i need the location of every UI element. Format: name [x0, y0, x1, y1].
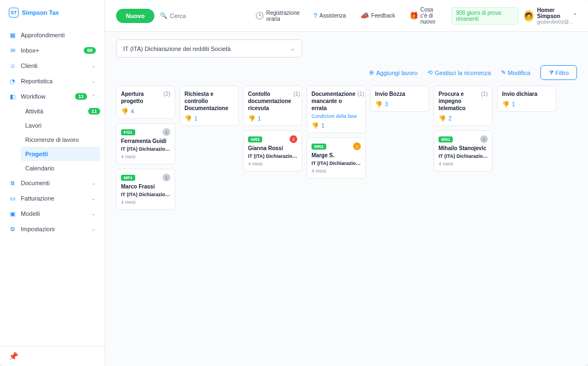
filter-button[interactable]: ⧩ Filtro [540, 65, 577, 80]
column-header[interactable]: Invio dichiara👎1 [497, 85, 556, 112]
column-meta[interactable]: 👎4 [121, 108, 170, 115]
column-meta-count: 1 [258, 116, 261, 122]
column-meta[interactable]: 👎3 [375, 101, 424, 108]
card-description: IT (ITA) Dichiarazione... [312, 161, 361, 166]
kanban-card[interactable]: MS1 3 Mihailo Stanojevic IT (ITA) Dichia… [434, 130, 493, 171]
assist-link[interactable]: ? Assistenza [309, 12, 350, 20]
thumb-icon: 👎 [312, 122, 319, 129]
feedback-link[interactable]: 📣 Feedback [356, 12, 400, 20]
thumb-icon: 👎 [185, 115, 192, 122]
nav-workflow-sub: Attività 11 Lavori Ricorrenze di lavoro … [0, 104, 105, 175]
nav-attivita[interactable]: Attività 11 [21, 104, 105, 118]
card-tag: MR2 [312, 144, 326, 150]
nav-documenti[interactable]: 🗎 Documenti ⌄ [0, 175, 105, 191]
column-title: Contollo documentazione ricevuta [248, 90, 291, 112]
actions-row: ⊕ Aggiungi lavoro ⟲ Gestisci la ricorren… [105, 58, 588, 85]
layers-icon: ◧ [9, 93, 16, 100]
nav-workflow[interactable]: ◧ Workflow 11 ⌃ [0, 89, 105, 104]
main: Nuovo 🔍 🕑 Registrazione oraria ? Assiste… [105, 0, 588, 366]
card-icon: ▭ [9, 195, 16, 202]
pencil-icon: ✎ [501, 69, 506, 76]
chevron-down-icon: ⌄ [91, 211, 96, 216]
column-header[interactable]: Invio Bozza👎3 [370, 85, 429, 112]
brand[interactable]: ST Simpson Tax [0, 8, 105, 27]
kanban-card[interactable]: GR2 2 Gianna Rossi IT (ITA) Dichiarazion… [243, 130, 302, 171]
edit-button[interactable]: ✎ Modifica [501, 69, 531, 76]
project-select[interactable]: IT (ITA) Dichiarazione dei redditi Socie… [116, 39, 302, 58]
gear-icon: ⚙ [9, 225, 16, 233]
news-link[interactable]: 🎁 Cosa c'è di nuovo [405, 7, 446, 25]
nav-fatturazione[interactable]: ▭ Fatturazione ⌄ [0, 191, 105, 206]
column-header[interactable]: Contollo documentazione ricevuta(1)👎1 [243, 85, 302, 126]
card-description: IT (ITA) Dichiarazione... [439, 153, 488, 159]
card-client: Mihailo Stanojevic [439, 145, 488, 151]
page-controls: IT (ITA) Dichiarazione dei redditi Socie… [105, 32, 588, 58]
gift-icon: 🎁 [410, 12, 418, 20]
column-meta[interactable]: 👎1 [502, 101, 551, 108]
help-icon: ? [313, 12, 317, 20]
column-meta[interactable]: 👎1 [248, 115, 297, 122]
card-status-dot: 1 [163, 174, 170, 181]
column-meta[interactable]: 👎1 [312, 122, 361, 129]
nav-approfondimenti[interactable]: ▦ Approfondimenti [0, 27, 105, 43]
column-header[interactable]: Richiesta e controllo Documentazione👎1 [180, 85, 239, 126]
kanban-column: Richiesta e controllo Documentazione👎1 [180, 85, 239, 355]
search-input[interactable] [170, 13, 245, 19]
nav-impostazioni[interactable]: ⚙ Impostazioni ⌄ [0, 221, 105, 237]
chevron-down-icon: ⌄ [91, 63, 96, 68]
column-header[interactable]: Apertura progetto(2)👎4 [116, 85, 175, 119]
column-meta[interactable]: 👎1 [185, 115, 234, 122]
chevron-down-icon: ⌄ [91, 226, 96, 232]
nav-calendario[interactable]: Calendario [21, 161, 105, 175]
kanban-card[interactable]: MR2 1 Marge S. IT (ITA) Dichiarazione...… [307, 138, 366, 179]
topbar: Nuovo 🔍 🕑 Registrazione oraria ? Assiste… [105, 0, 588, 32]
recur-icon: ⟲ [428, 69, 433, 76]
nav-progetti[interactable]: Progetti [21, 147, 100, 161]
nav-modelli[interactable]: ▣ Modelli ⌄ [0, 206, 105, 221]
time-registration-link[interactable]: 🕑 Registrazione oraria [251, 10, 303, 22]
card-status-dot: 1 [353, 142, 361, 150]
thumb-icon: 👎 [121, 108, 129, 115]
manage-recurrence-button[interactable]: ⟲ Gestisci la ricorrenza [428, 69, 491, 76]
column-title: Apertura progetto [121, 90, 162, 105]
nav-ricorrenze[interactable]: Ricorrenze di lavoro [21, 133, 105, 147]
phase-conditions-link[interactable]: Condizioni della fase [312, 113, 361, 119]
column-header[interactable]: Procura e impegno telematico(1)👎2 [434, 85, 493, 126]
card-description: IT (ITA) Dichiarazione... [121, 146, 170, 152]
add-work-button[interactable]: ⊕ Aggiungi lavoro [369, 69, 418, 76]
nav-reportistica[interactable]: ◔ Reportistica ⌄ [0, 73, 105, 89]
nav-lavori[interactable]: Lavori [21, 118, 105, 133]
new-button[interactable]: Nuovo [116, 9, 154, 23]
card-client: Marco Frassi [121, 184, 170, 190]
column-title: Richiesta e controllo Documentazione [185, 90, 232, 112]
kanban-board: Apertura progetto(2)👎4 FG1 1 Ferramenta … [105, 85, 588, 366]
card-tag: GR2 [248, 136, 262, 142]
chart-icon: ◔ [9, 77, 16, 85]
card-client: Gianna Rossi [248, 145, 297, 151]
search-icon: 🔍 [160, 12, 168, 19]
column-header[interactable]: Documentazione mancante o errata(1)Condi… [307, 85, 366, 133]
column-meta-count: 2 [448, 116, 452, 122]
kanban-card[interactable]: MF1 1 Marco Frassi IT (ITA) Dichiarazion… [116, 169, 175, 210]
nav-inbox[interactable]: ✉ Inbox+ 88 [0, 43, 105, 58]
pin-icon[interactable]: 📌 [9, 352, 18, 361]
column-meta-count: 1 [512, 101, 515, 107]
card-time: 4 mesi [121, 199, 170, 205]
column-title: Invio Bozza [375, 90, 405, 98]
kanban-card[interactable]: FG1 1 Ferramenta Guidi IT (ITA) Dichiara… [116, 123, 175, 164]
column-count: (1) [481, 90, 488, 98]
column-meta[interactable]: 👎2 [439, 115, 488, 122]
card-client: Ferramenta Guidi [121, 138, 170, 144]
nav-clienti[interactable]: ☺ Clienti ⌄ [0, 58, 105, 73]
thumb-icon: 👎 [439, 115, 446, 122]
chevron-down-icon: ⌄ [91, 180, 96, 186]
search[interactable]: 🔍 [160, 12, 245, 19]
sidebar: ST Simpson Tax ▦ Approfondimenti ✉ Inbox… [0, 0, 105, 366]
plus-circle-icon: ⊕ [369, 69, 374, 76]
card-description: IT (ITA) Dichiarazione... [121, 192, 170, 197]
user-menu[interactable]: 🧑 Homer Simpson⌄ giuberdini02@... [524, 7, 577, 25]
card-status-dot: 2 [290, 135, 297, 143]
users-icon: ☺ [9, 62, 16, 70]
column-meta-count: 1 [194, 116, 198, 122]
trial-badge: 908 giorni di prova rimanenti [451, 7, 518, 25]
